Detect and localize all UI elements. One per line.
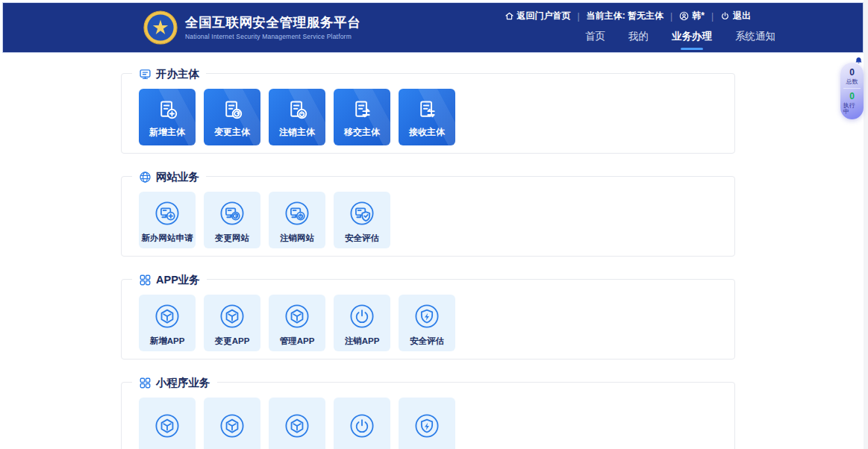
home-icon [505,11,514,21]
service-tile[interactable]: 变更APP [204,295,260,351]
section-legend: 开办主体 [132,66,206,81]
logout-power-icon [720,11,730,21]
service-tile[interactable]: 注销APP [334,295,390,351]
section-legend: 网站业务 [132,169,206,184]
globe-icon [139,171,152,183]
site-add-icon [152,198,183,229]
widget-running-label: 执行中 [843,103,861,115]
tile-label: 新增主体 [149,128,185,136]
divider: | [670,11,672,22]
utility-label: 韩* [692,10,705,22]
utility-bar: 返回门户首页 | 当前主体: 暂无主体 | 韩* | 退出 [505,10,751,22]
app-header: 全国互联网安全管理服务平台 National Internet Security… [2,2,864,53]
tile-label: 变更网站 [215,234,249,243]
tile-label: 注销网站 [280,234,314,243]
service-tile[interactable]: 新增APP [139,295,196,351]
service-tile[interactable] [334,398,390,449]
nav-tab-mine[interactable]: 我的 [628,30,649,51]
utility-return-portal[interactable]: 返回门户首页 [505,10,571,22]
site-power-icon [281,198,313,229]
cube-circle-icon [152,410,183,442]
service-tile[interactable]: 安全评估 [334,192,390,248]
doc-transfer-icon [350,98,375,122]
section-app-services: APP业务新增APP变更APP管理APP注销APP安全评估 [121,279,735,359]
power-circle-icon [346,410,378,442]
service-tile[interactable]: 新增主体 [139,89,196,145]
cube-circle-icon [281,301,313,332]
bell-icon [855,57,863,65]
grid-icon [139,274,152,286]
cube-circle-icon [216,301,248,332]
section-website-services: 网站业务新办网站申请变更网站注销网站安全评估 [121,176,735,257]
police-emblem-icon [143,10,178,45]
sections: 开办主体新增主体变更主体注销主体移交主体接收主体网站业务新办网站申请变更网站注销… [121,73,735,449]
brand: 全国互联网安全管理服务平台 National Internet Security… [143,10,360,45]
doc-plus-icon [155,98,180,122]
service-tile[interactable]: 新办网站申请 [139,192,196,248]
utility-user[interactable]: 韩* [679,10,705,22]
nav-tab-home[interactable]: 首页 [585,30,605,51]
utility-label: 返回门户首页 [517,10,571,22]
widget-running: 0 执行中 [843,88,861,118]
service-tile[interactable] [399,398,455,449]
service-tile[interactable]: 变更网站 [204,192,260,248]
utility-label: 退出 [733,10,751,22]
site-shield-icon [346,198,378,229]
tile-label: 安全评估 [345,234,379,243]
service-tile[interactable]: 接收主体 [399,89,455,145]
tile-label: 注销APP [345,337,380,346]
cube-circle-icon [281,410,313,442]
tile-label: 变更APP [215,337,250,346]
tile-row: 新办网站申请变更网站注销网站安全评估 [139,192,390,248]
service-tile[interactable] [204,398,260,449]
main-nav: 首页 我的 业务办理 系统通知 [585,30,775,51]
utility-current-subject: 当前主体: 暂无主体 [587,10,664,22]
section-legend: APP业务 [132,272,207,287]
section-subject-setup: 开办主体新增主体变更主体注销主体移交主体接收主体 [121,73,735,154]
section-title: 网站业务 [156,170,199,184]
section-miniprogram-services: 小程序业务 [121,382,735,449]
utility-logout[interactable]: 退出 [720,10,751,22]
nav-tab-business[interactable]: 业务办理 [672,30,712,51]
power-circle-icon [346,301,378,332]
service-tile[interactable]: 注销主体 [269,89,325,145]
doc-receive-icon [415,98,440,122]
tile-label: 注销主体 [279,128,315,136]
doc-power-icon [285,98,310,122]
page-subtitle: National Internet Security Management Se… [185,33,360,40]
section-title: APP业务 [156,273,200,287]
doc-refresh-icon [220,98,245,122]
service-tile[interactable]: 移交主体 [334,89,390,145]
widget-total-label: 总数 [846,79,858,85]
scrollbar-track[interactable] [864,0,868,449]
tile-label: 管理APP [280,337,315,346]
widget-total: 0 总数 [843,65,861,88]
nav-tab-notifications[interactable]: 系统通知 [735,30,775,51]
task-counter-widget[interactable]: 0 总数 0 执行中 [840,63,864,119]
tile-label: 接收主体 [409,128,445,136]
service-tile[interactable] [269,398,325,449]
shield-bolt-icon [411,301,443,332]
divider: | [578,11,580,22]
brand-text: 全国互联网安全管理服务平台 National Internet Security… [185,15,360,40]
user-icon [679,11,689,21]
service-tile[interactable]: 管理APP [269,295,325,351]
cube-circle-icon [216,410,248,442]
tile-label: 安全评估 [410,337,444,346]
cube-circle-icon [152,301,183,332]
widget-total-value: 0 [849,68,855,77]
divider: | [711,11,714,22]
service-tile[interactable]: 安全评估 [399,295,455,351]
section-legend: 小程序业务 [132,375,217,390]
tile-label: 新办网站申请 [142,234,193,243]
tile-row [139,398,455,449]
service-tile[interactable]: 注销网站 [269,192,325,248]
monitor-icon [139,68,152,81]
section-title: 开办主体 [156,67,199,81]
utility-label: 当前主体: 暂无主体 [587,10,664,22]
service-tile[interactable] [139,398,196,449]
tile-label: 变更主体 [214,128,250,136]
page-title: 全国互联网安全管理服务平台 [185,15,360,31]
service-tile[interactable]: 变更主体 [204,89,260,145]
shield-bolt-icon [411,410,443,442]
